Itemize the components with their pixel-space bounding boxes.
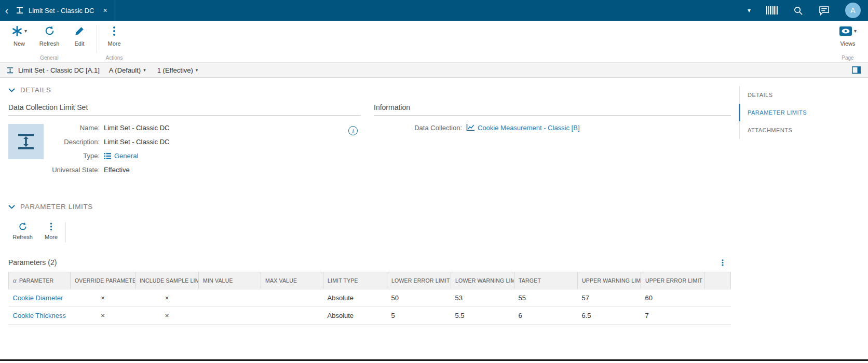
lower-error-cell: 5: [387, 307, 451, 325]
ribbon-toolbar: ▾ New Refresh Edit General: [0, 21, 868, 62]
version-dropdown[interactable]: 1 (Effective) ▾: [157, 66, 198, 74]
name-value: Limit Set - Classic DC: [104, 124, 169, 132]
limits-refresh-button[interactable]: Refresh: [8, 220, 37, 247]
col-min-value[interactable]: MIN VALUE: [199, 272, 261, 289]
nav-item-attachments[interactable]: ATTACHMENTS: [739, 121, 868, 139]
line-chart-icon: [466, 124, 474, 132]
col-limit-type[interactable]: LIMIT TYPE: [323, 272, 387, 289]
lower-error-cell: 50: [387, 289, 451, 307]
upper-warning-cell: 57: [578, 289, 641, 307]
lower-warning-cell: 5.5: [451, 307, 514, 325]
limits-more-button[interactable]: More: [37, 220, 65, 247]
parameter-limits-section-title: PARAMETER LIMITS: [20, 203, 93, 211]
target-cell: 6: [514, 307, 578, 325]
col-upper-error-limit[interactable]: UPPER ERROR LIMIT: [641, 272, 704, 289]
open-panel-icon[interactable]: [852, 66, 861, 74]
edit-button[interactable]: Edit: [64, 24, 94, 53]
limit-set-panel-title: Data Collection Limit Set: [8, 103, 361, 116]
ribbon-group-page: ▾ Views Page: [828, 21, 868, 62]
new-button-label: New: [13, 40, 25, 47]
col-max-value[interactable]: MAX VALUE: [261, 272, 323, 289]
version-label: 1 (Effective): [157, 66, 193, 74]
information-panel: Information Data Collection: Cookie Meas…: [374, 103, 731, 174]
limit-set-icon: [16, 6, 24, 15]
eye-views-icon: [839, 26, 852, 36]
record-title: Limit Set - Classic DC [A.1]: [18, 66, 100, 74]
ellipsis-vertical-icon: [113, 25, 116, 37]
views-button[interactable]: ▾ Views: [839, 24, 857, 53]
parameters-count-title: Parameters (2): [8, 258, 57, 267]
new-button[interactable]: ▾ New: [4, 24, 34, 53]
min-value-cell: [199, 307, 261, 325]
limits-refresh-label: Refresh: [12, 234, 33, 240]
lower-warning-cell: 53: [451, 289, 514, 307]
topbar-actions: ▾ A: [748, 3, 868, 18]
refresh-button-label: Refresh: [39, 40, 60, 47]
tab-limit-set[interactable]: Limit Set - Classic DC ×: [13, 0, 115, 21]
limit-set-panel: Data Collection Limit Set Name: Limit Se…: [8, 103, 361, 174]
data-collection-link[interactable]: Cookie Measurement - Classic [B]: [478, 124, 580, 132]
ellipsis-vertical-icon: [50, 222, 52, 231]
limits-more-label: More: [45, 234, 58, 240]
search-icon[interactable]: [793, 6, 803, 16]
table-header-row: αPARAMETER OVERRIDE PARAMETER INCLUDE SA…: [9, 272, 731, 289]
spacer-cell: [704, 289, 731, 307]
upper-error-cell: 60: [641, 289, 704, 307]
more-button[interactable]: More: [99, 24, 129, 53]
back-button[interactable]: ‹: [0, 0, 13, 21]
universal-state-label: Universal State:: [52, 166, 100, 174]
chevron-down-icon: ▾: [143, 67, 146, 73]
type-value-link[interactable]: General: [114, 152, 138, 160]
type-label: Type:: [52, 152, 100, 160]
grid-menu-kebab-icon[interactable]: [722, 259, 724, 267]
revision-dropdown[interactable]: A (Default) ▾: [109, 66, 146, 74]
nav-item-parameter-limits[interactable]: PARAMETER LIMITS: [739, 104, 868, 121]
universal-state-value: Effective: [104, 166, 169, 174]
pencil-icon: [74, 26, 85, 36]
refresh-icon: [44, 25, 55, 36]
nav-item-details[interactable]: DETAILS: [739, 86, 868, 104]
col-override-parameter[interactable]: OVERRIDE PARAMETER: [71, 272, 135, 289]
refresh-icon: [18, 222, 28, 231]
ribbon-group-general-label: General: [3, 55, 96, 61]
more-button-label: More: [107, 40, 120, 47]
parameter-link[interactable]: Cookie Diameter: [13, 294, 63, 302]
chevron-left-icon: ‹: [5, 4, 9, 16]
parameters-table: αPARAMETER OVERRIDE PARAMETER INCLUDE SA…: [8, 272, 731, 325]
parameter-limits-section-header[interactable]: PARAMETER LIMITS: [8, 203, 731, 211]
col-lower-warning-limit[interactable]: LOWER WARNING LIMIT: [451, 272, 514, 289]
parameters-header: Parameters (2): [8, 258, 731, 267]
user-avatar[interactable]: A: [845, 3, 861, 18]
col-upper-warning-limit[interactable]: UPPER WARNING LIMIT: [578, 272, 641, 289]
cleared-x-icon: ×: [165, 312, 169, 319]
limit-set-thumbnail: [8, 124, 44, 159]
close-tab-icon[interactable]: ×: [103, 6, 107, 15]
parameter-link[interactable]: Cookie Thickness: [13, 312, 66, 319]
breadcrumb: Limit Set - Classic DC [A.1] A (Default)…: [0, 62, 868, 78]
limit-set-icon: [6, 66, 14, 74]
col-lower-error-limit[interactable]: LOWER ERROR LIMIT: [387, 272, 451, 289]
col-target[interactable]: TARGET: [514, 272, 578, 289]
chevron-down-icon: [8, 205, 15, 209]
parameter-limits-toolbar: Refresh More: [8, 220, 731, 247]
upper-warning-cell: 6.5: [578, 307, 641, 325]
limit-set-icon: [16, 131, 36, 152]
limit-type-cell: Absolute: [323, 289, 387, 307]
barcode-icon[interactable]: [766, 6, 778, 15]
details-section-header[interactable]: DETAILS: [8, 86, 731, 94]
info-icon[interactable]: i: [348, 126, 358, 135]
ribbon-separator: [97, 25, 97, 53]
feedback-chat-icon[interactable]: [819, 6, 830, 16]
chevron-down-icon[interactable]: ▾: [748, 7, 751, 14]
details-section-title: DETAILS: [20, 86, 51, 94]
cleared-x-icon: ×: [101, 312, 105, 319]
asterisk-new-icon: [11, 25, 23, 37]
list-type-icon: [104, 153, 111, 159]
refresh-button[interactable]: Refresh: [34, 24, 64, 53]
toolbar-separator: [65, 222, 66, 243]
description-label: Description:: [52, 138, 100, 146]
chevron-down-icon: ▾: [24, 28, 27, 34]
chevron-down-icon: ▾: [854, 28, 857, 34]
col-include-sample-limit[interactable]: INCLUDE SAMPLE LIMIT: [135, 272, 199, 289]
col-parameter[interactable]: αPARAMETER: [9, 272, 71, 289]
